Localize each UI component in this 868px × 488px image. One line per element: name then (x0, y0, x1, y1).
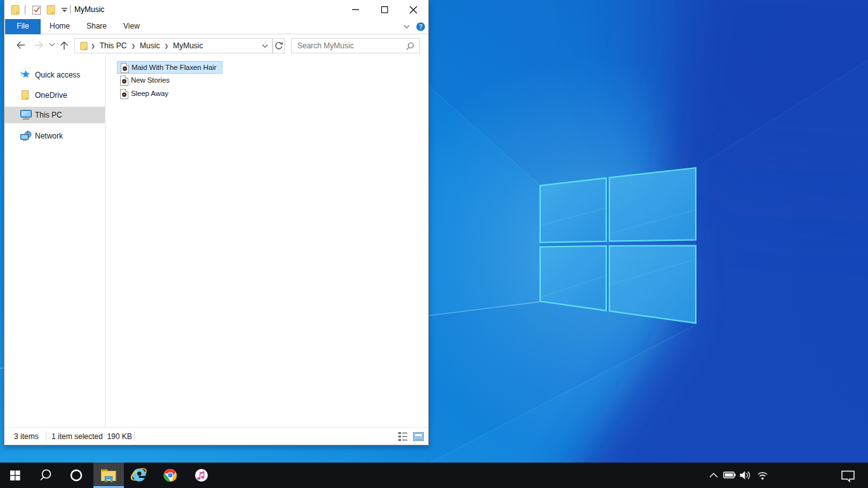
svg-text:?: ? (419, 24, 423, 30)
